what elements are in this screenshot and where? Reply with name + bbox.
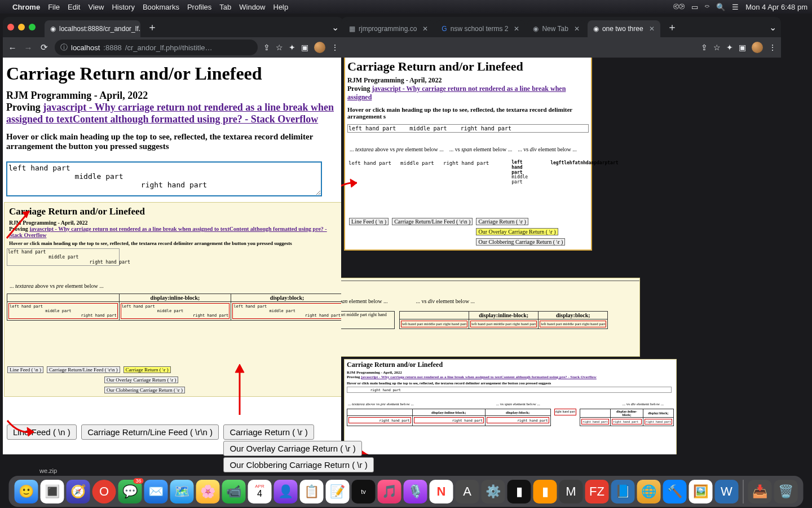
tabs-overflow-icon[interactable]: ⌄ [332, 22, 339, 33]
back-button[interactable]: ← [7, 43, 17, 52]
dock-preview[interactable]: 🖼️ [689, 480, 713, 503]
clock[interactable]: Mon 4 Apr 6:48 pm [745, 3, 807, 11]
control-center-icon[interactable]: ☰ [732, 3, 739, 11]
frame-tr-btn-cr[interactable]: Carriage Return ( \r ) [476, 218, 528, 225]
page-title[interactable]: Carriage Return and/or Linefeed [6, 63, 340, 84]
dock-opera[interactable]: O [92, 480, 116, 503]
app-name[interactable]: Chrome [12, 3, 40, 11]
dock-launchpad[interactable]: 🔳 [41, 480, 64, 503]
tab-close-icon[interactable]: ✕ [574, 25, 580, 33]
sidepanel-icon[interactable]: ▣ [739, 43, 746, 52]
dock-chrome[interactable]: 🌐 [637, 480, 661, 503]
big-btn-ovr[interactable]: Our Overlay Carriage Return ( \r ) [223, 441, 361, 456]
screen-record-icon[interactable]: ⧀⧁ [673, 2, 685, 11]
dock-maps[interactable]: 🗺️ [170, 480, 194, 503]
menu-view[interactable]: View [88, 3, 104, 11]
frame-tr-textarea[interactable]: left hand part middle part right hand pa… [347, 124, 589, 133]
sidepanel-icon[interactable]: ▣ [301, 43, 308, 52]
address-bar[interactable]: ⓘ localhost:8888/cr_andor_lf.php#thistit… [55, 40, 258, 55]
btn-lf-sm[interactable]: Line Feed ( \n ) [7, 366, 43, 373]
dock-music[interactable]: 🎵 [378, 480, 401, 503]
frame-tr-link[interactable]: javascript - Why carriage return not ren… [347, 85, 566, 101]
dock-reminders[interactable]: 📋 [300, 480, 324, 503]
dock-facetime[interactable]: 📹 [222, 480, 246, 503]
frame-lower-link[interactable]: javascript - Why carriage return not ren… [361, 375, 596, 379]
dock-trash[interactable]: 🗑️ [774, 480, 798, 503]
big-btn-crlf[interactable]: Carriage Return/Line Feed ( \r\n ) [81, 424, 219, 440]
extensions-icon[interactable]: ✦ [726, 43, 733, 52]
dock-downloads[interactable]: 📥 [748, 480, 772, 503]
menu-profiles[interactable]: Profiles [187, 3, 211, 11]
dock-calendar[interactable]: APR4 [248, 480, 272, 503]
tab-active-left[interactable]: ◉ localhost:8888/cr_andor_lf.ph ✕ [45, 20, 140, 37]
btn-ovr-sm[interactable]: Our Overlay Carriage Return ( \r ) [104, 376, 178, 383]
window-minimize-icon[interactable] [18, 24, 25, 30]
wifi-icon[interactable]: ⌔ [705, 3, 709, 11]
tab-nsw[interactable]: Gnsw school terms 2✕ [436, 20, 525, 37]
embedded-title[interactable]: Carriage Return and/or Linefeed [9, 206, 338, 217]
window-close-icon[interactable] [7, 24, 14, 30]
stackoverflow-link[interactable]: javascript - Why carriage return not ren… [6, 102, 334, 125]
chrome-menu-icon[interactable]: ⋮ [331, 43, 339, 52]
tab-close-icon[interactable]: ✕ [514, 25, 519, 33]
tab-newtab[interactable]: ◉New Tab✕ [527, 20, 585, 37]
dock-appstore[interactable]: A [456, 480, 479, 503]
embedded-link[interactable]: javascript - Why carriage return not ren… [9, 226, 327, 238]
chrome-menu-icon[interactable]: ⋮ [769, 43, 776, 52]
dock-safari[interactable]: 🧭 [67, 480, 90, 503]
big-btn-cr[interactable]: Carriage Return ( \r ) [223, 424, 314, 440]
btn-clob-sm[interactable]: Our Clobbering Carriage Return ( \r ) [104, 387, 185, 393]
frame-tr-btn-ovr[interactable]: Our Overlay Carriage Return ( \r ) [476, 228, 558, 235]
extensions-icon[interactable]: ✦ [289, 43, 295, 52]
dock-xcode[interactable]: 🔨 [663, 480, 687, 503]
menu-file[interactable]: File [48, 3, 60, 11]
dock-mamp[interactable]: M [559, 480, 583, 503]
menu-window[interactable]: Window [239, 3, 265, 11]
bookmark-star-icon[interactable]: ☆ [713, 43, 721, 52]
dock-podcasts[interactable]: 🎙️ [404, 480, 427, 503]
reload-button[interactable]: ⟳ [39, 42, 49, 52]
frame-lower-title[interactable]: Carriage Return and/or Linefeed [347, 361, 674, 369]
share-icon[interactable]: ⇪ [263, 43, 270, 52]
dock-notes[interactable]: 📝 [326, 480, 350, 503]
dock-photos[interactable]: 🌸 [196, 480, 220, 503]
tabs-overflow-icon[interactable]: ⌄ [769, 22, 776, 33]
frame-tr-btn-crlf[interactable]: Carriage Return/Line Feed ( \r\n ) [392, 218, 473, 225]
dock-news[interactable]: N [430, 480, 453, 503]
dock-settings[interactable]: ⚙️ [482, 480, 505, 503]
menu-history[interactable]: History [112, 3, 134, 11]
new-tab-button[interactable]: ＋ [663, 18, 682, 36]
bookmark-star-icon[interactable]: ☆ [276, 43, 283, 52]
profile-avatar[interactable] [314, 42, 325, 53]
dock-finder[interactable]: 🙂 [15, 480, 38, 503]
battery-icon[interactable]: ▭ [691, 3, 698, 11]
main-textarea[interactable] [6, 161, 322, 196]
dock-word[interactable]: W [715, 480, 739, 503]
dock-mail[interactable]: ✉️ [144, 480, 168, 503]
tab-onetwothree[interactable]: ◉one two three✕ [588, 20, 660, 37]
btn-cr-sm[interactable]: Carriage Return ( \r ) [123, 366, 171, 373]
dock-contacts[interactable]: 👤 [274, 480, 298, 503]
dock-tv[interactable]: tv [352, 480, 376, 503]
frame-tr-title[interactable]: Carriage Return and/or Linefeed [347, 59, 589, 74]
spotlight-icon[interactable]: 🔍 [716, 3, 725, 11]
embedded-textarea[interactable]: left hand part middle part right hand pa… [7, 248, 120, 266]
menu-tab[interactable]: Tab [219, 3, 231, 11]
window-zoom-icon[interactable] [29, 24, 36, 30]
tab-close-icon[interactable]: ✕ [422, 25, 428, 33]
menu-edit[interactable]: Edit [68, 3, 80, 11]
big-btn-lf[interactable]: Line Feed ( \n ) [7, 424, 77, 440]
menu-bookmarks[interactable]: Bookmarks [143, 3, 179, 11]
menu-help[interactable]: Help [273, 3, 289, 11]
frame-tr-btn-clob[interactable]: Our Clobbering Carriage Return ( \r ) [476, 238, 565, 246]
profile-avatar[interactable] [752, 42, 763, 53]
dock-filezilla[interactable]: FZ [585, 480, 609, 503]
tab-rjm[interactable]: ▦rjmprogramming.co✕ [343, 20, 434, 37]
dock-iterm[interactable]: ▮ [533, 480, 557, 503]
site-info-icon[interactable]: ⓘ [60, 42, 68, 52]
dock-textwrangler[interactable]: 📘 [611, 480, 635, 503]
big-btn-clob[interactable]: Our Clobbering Carriage Return ( \r ) [223, 457, 373, 472]
dock-terminal[interactable]: ▮ [508, 480, 531, 503]
new-tab-button[interactable]: ＋ [143, 18, 162, 36]
share-icon[interactable]: ⇪ [701, 43, 708, 52]
